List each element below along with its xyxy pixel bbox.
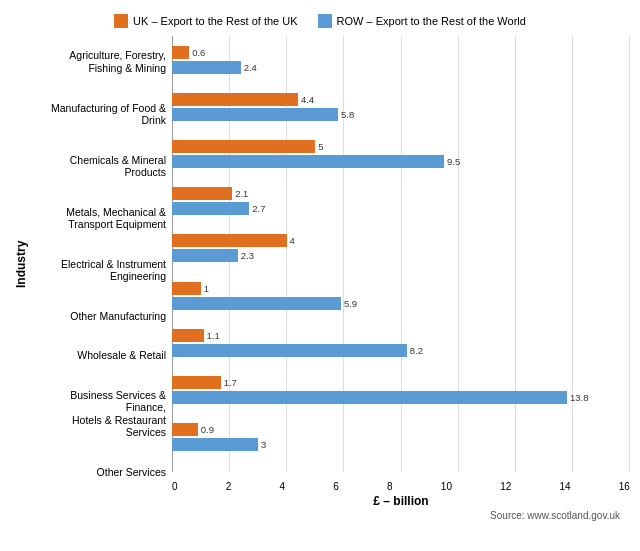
bars-and-grid: 0.62.44.45.859.52.12.742.315.91.18.21.71… bbox=[172, 36, 630, 492]
bar-label-row: 3 bbox=[261, 439, 266, 450]
x-tick: 14 bbox=[559, 481, 570, 492]
bar-label-uk: 4.4 bbox=[301, 94, 314, 105]
bar-group: 1.18.2 bbox=[172, 328, 630, 357]
y-category-label: Other Services bbox=[32, 466, 166, 479]
bar-row-uk: 4 bbox=[172, 234, 630, 248]
bar-row-row: 2.3 bbox=[172, 249, 630, 263]
bar-group: 4.45.8 bbox=[172, 92, 630, 121]
y-category-label: Business Services & Finance,Hotels & Res… bbox=[32, 389, 166, 439]
legend-label-uk: UK – Export to the Rest of the UK bbox=[133, 15, 297, 27]
x-tick: 0 bbox=[172, 481, 178, 492]
chart-container: UK – Export to the Rest of the UK ROW – … bbox=[0, 0, 640, 551]
x-tick: 8 bbox=[387, 481, 393, 492]
bar-label-uk: 2.1 bbox=[235, 188, 248, 199]
bar-group: 1.713.8 bbox=[172, 376, 630, 405]
bar-uk bbox=[172, 140, 315, 153]
y-category-label: Electrical & InstrumentEngineering bbox=[32, 258, 166, 283]
bar-label-row: 13.8 bbox=[570, 392, 589, 403]
x-ticks: 0246810121416 bbox=[172, 481, 630, 492]
bar-uk bbox=[172, 187, 232, 200]
y-category-label: Metals, Mechanical &Transport Equipment bbox=[32, 206, 166, 231]
y-categories: Agriculture, Forestry,Fishing & MiningMa… bbox=[32, 36, 172, 492]
legend: UK – Export to the Rest of the UK ROW – … bbox=[10, 14, 630, 28]
bar-group: 0.93 bbox=[172, 423, 630, 452]
bar-row-uk: 5 bbox=[172, 140, 630, 154]
x-tick: 10 bbox=[441, 481, 452, 492]
bar-uk bbox=[172, 46, 189, 59]
bar-label-row: 2.3 bbox=[241, 250, 254, 261]
bar-row-row: 2.4 bbox=[172, 60, 630, 74]
bar-label-row: 5.9 bbox=[344, 298, 357, 309]
bar-row-row: 3 bbox=[172, 438, 630, 452]
bar-row bbox=[172, 344, 407, 357]
bar-row bbox=[172, 249, 238, 262]
y-category-label: Manufacturing of Food &Drink bbox=[32, 102, 166, 127]
bar-label-uk: 1 bbox=[204, 283, 209, 294]
bar-group: 0.62.4 bbox=[172, 45, 630, 74]
legend-swatch-row bbox=[318, 14, 332, 28]
bar-uk bbox=[172, 329, 204, 342]
bar-label-uk: 5 bbox=[318, 141, 323, 152]
bar-row bbox=[172, 391, 567, 404]
bar-label-row: 8.2 bbox=[410, 345, 423, 356]
bar-uk bbox=[172, 423, 198, 436]
bar-rows: 0.62.44.45.859.52.12.742.315.91.18.21.71… bbox=[172, 36, 630, 481]
chart-area: Industry Agriculture, Forestry,Fishing &… bbox=[10, 36, 630, 492]
bar-row-row: 13.8 bbox=[172, 391, 630, 405]
legend-item-row: ROW – Export to the Rest of the World bbox=[318, 14, 526, 28]
bar-row-row: 8.2 bbox=[172, 343, 630, 357]
bar-uk bbox=[172, 376, 221, 389]
bar-label-uk: 1.1 bbox=[207, 330, 220, 341]
bar-row bbox=[172, 438, 258, 451]
y-category-label: Agriculture, Forestry,Fishing & Mining bbox=[32, 49, 166, 74]
y-axis-label: Industry bbox=[10, 36, 32, 492]
x-tick: 4 bbox=[280, 481, 286, 492]
bar-uk bbox=[172, 234, 287, 247]
bar-row-uk: 1.7 bbox=[172, 376, 630, 390]
bar-row-uk: 1.1 bbox=[172, 328, 630, 342]
bar-label-uk: 0.6 bbox=[192, 47, 205, 58]
bar-group: 2.12.7 bbox=[172, 187, 630, 216]
bar-row-uk: 2.1 bbox=[172, 187, 630, 201]
source-text: Source: www.scotland.gov.uk bbox=[10, 510, 630, 521]
bar-group: 59.5 bbox=[172, 140, 630, 169]
bar-label-row: 9.5 bbox=[447, 156, 460, 167]
bar-row-row: 9.5 bbox=[172, 155, 630, 169]
bar-label-row: 5.8 bbox=[341, 109, 354, 120]
bar-row-row: 2.7 bbox=[172, 202, 630, 216]
bar-row-row: 5.8 bbox=[172, 107, 630, 121]
y-category-label: Wholesale & Retail bbox=[32, 349, 166, 362]
bar-label-row: 2.7 bbox=[252, 203, 265, 214]
x-axis-label: £ – billion bbox=[172, 494, 630, 508]
bar-row-uk: 1 bbox=[172, 281, 630, 295]
x-tick: 2 bbox=[226, 481, 232, 492]
x-tick: 6 bbox=[333, 481, 339, 492]
bar-row-uk: 0.6 bbox=[172, 45, 630, 59]
bar-label-uk: 4 bbox=[290, 235, 295, 246]
bar-label-uk: 1.7 bbox=[224, 377, 237, 388]
bar-row bbox=[172, 61, 241, 74]
bar-uk bbox=[172, 93, 298, 106]
legend-item-uk: UK – Export to the Rest of the UK bbox=[114, 14, 297, 28]
bar-row-row: 5.9 bbox=[172, 296, 630, 310]
x-tick: 12 bbox=[500, 481, 511, 492]
bar-label-uk: 0.9 bbox=[201, 424, 214, 435]
bar-row-uk: 0.9 bbox=[172, 423, 630, 437]
bar-group: 15.9 bbox=[172, 281, 630, 310]
y-category-label: Chemicals & MineralProducts bbox=[32, 154, 166, 179]
bar-row bbox=[172, 155, 444, 168]
x-label-container: £ – billion bbox=[10, 492, 630, 508]
bar-row-uk: 4.4 bbox=[172, 92, 630, 106]
bottom-area: 0246810121416 bbox=[172, 481, 630, 492]
bar-label-row: 2.4 bbox=[244, 62, 257, 73]
legend-swatch-uk bbox=[114, 14, 128, 28]
bar-row bbox=[172, 108, 338, 121]
bar-row bbox=[172, 297, 341, 310]
bar-row bbox=[172, 202, 249, 215]
y-category-label: Other Manufacturing bbox=[32, 310, 166, 323]
bar-uk bbox=[172, 282, 201, 295]
legend-label-row: ROW – Export to the Rest of the World bbox=[337, 15, 526, 27]
bar-group: 42.3 bbox=[172, 234, 630, 263]
x-tick: 16 bbox=[619, 481, 630, 492]
